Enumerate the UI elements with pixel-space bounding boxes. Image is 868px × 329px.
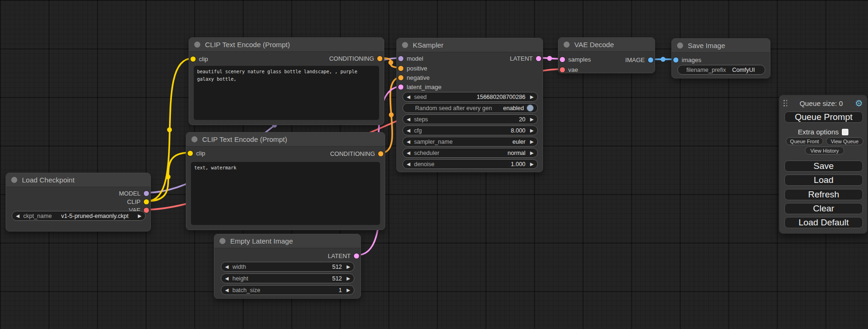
toggle-knob-icon[interactable] [527, 105, 534, 112]
image-port-icon[interactable] [673, 57, 678, 63]
node-vae-decode[interactable]: VAE Decode samples vae IMAGE [558, 37, 655, 73]
view-history-button[interactable]: View History [805, 147, 844, 154]
decrement-arrow-icon[interactable]: ◀ [225, 287, 229, 293]
increment-arrow-icon[interactable]: ▶ [530, 150, 534, 155]
vae-port-icon[interactable] [560, 67, 565, 72]
image-port-icon[interactable] [648, 57, 653, 63]
node-clip-text-encode-negative[interactable]: CLIP Text Encode (Prompt) clip CONDITION… [186, 132, 385, 230]
clip-port-icon[interactable] [144, 199, 149, 204]
latent-port-icon[interactable] [354, 253, 359, 259]
collapse-dot-icon[interactable] [191, 136, 198, 142]
input-port-samples[interactable]: samples [560, 55, 591, 63]
node-title-bar[interactable]: CLIP Text Encode (Prompt) [186, 133, 385, 147]
width-widget[interactable]: ◀ width 512 ▶ [221, 262, 354, 272]
conditioning-port-icon[interactable] [378, 151, 383, 156]
decrement-arrow-icon[interactable]: ◀ [407, 161, 410, 167]
steps-widget[interactable]: ◀ steps 20 ▶ [402, 114, 538, 124]
collapse-dot-icon[interactable] [194, 42, 200, 48]
latent-port-icon[interactable] [536, 56, 541, 61]
output-port-latent[interactable]: LATENT [328, 252, 359, 260]
clip-port-icon[interactable] [188, 151, 193, 156]
increment-arrow-icon[interactable]: ▶ [346, 287, 350, 293]
widget-value[interactable]: 1.000 [511, 161, 530, 168]
widget-value[interactable]: 512 [332, 264, 346, 270]
input-port-latent-image[interactable]: latent_image [398, 83, 441, 91]
prompt-textarea[interactable]: beautiful scenery nature glass bottle la… [194, 66, 379, 120]
widget-value[interactable]: 20 [519, 116, 530, 123]
seed-widget[interactable]: ◀ seed 156680208700286 ▶ [402, 92, 538, 102]
scheduler-widget[interactable]: ◀ scheduler normal ▶ [402, 148, 538, 158]
clear-button[interactable]: Clear [784, 203, 863, 214]
sampler-name-widget[interactable]: ◀ sampler_name euler ▶ [402, 137, 538, 147]
output-port-latent[interactable]: LATENT [510, 54, 541, 63]
output-port-clip[interactable]: CLIP [127, 197, 149, 206]
queue-front-button[interactable]: Queue Front [786, 137, 823, 145]
save-button[interactable]: Save [784, 161, 863, 172]
input-port-clip[interactable]: clip [188, 149, 205, 157]
load-button[interactable]: Load [784, 175, 863, 186]
clip-port-icon[interactable] [191, 56, 196, 62]
latent-port-icon[interactable] [398, 84, 403, 90]
node-graph-canvas[interactable]: Load Checkpoint MODEL CLIP VAE ◀ ckpt_na… [0, 0, 868, 329]
input-port-positive[interactable]: positive [398, 64, 427, 72]
decrement-arrow-icon[interactable]: ◀ [407, 139, 410, 144]
denoise-widget[interactable]: ◀ denoise 1.000 ▶ [402, 159, 538, 169]
increment-arrow-icon[interactable]: ▶ [530, 117, 534, 122]
increment-arrow-icon[interactable]: ▶ [346, 264, 350, 269]
widget-value[interactable]: normal [508, 150, 530, 156]
height-widget[interactable]: ◀ height 512 ▶ [221, 273, 354, 283]
random-seed-toggle-widget[interactable]: Random seed after every gen enabled [402, 103, 538, 113]
settings-gear-icon[interactable]: ⚙ [855, 99, 863, 108]
input-port-clip[interactable]: clip [191, 55, 208, 63]
output-port-conditioning[interactable]: CONDITIONING [329, 54, 382, 63]
collapse-dot-icon[interactable] [11, 177, 17, 183]
queue-prompt-button[interactable]: Queue Prompt [784, 112, 863, 123]
decrement-arrow-icon[interactable]: ◀ [16, 213, 20, 218]
increment-arrow-icon[interactable]: ▶ [530, 161, 534, 167]
increment-arrow-icon[interactable]: ▶ [530, 139, 534, 144]
output-port-model[interactable]: MODEL [119, 189, 149, 197]
batch-size-widget[interactable]: ◀ batch_size 1 ▶ [221, 285, 354, 295]
widget-value[interactable]: euler [513, 139, 530, 145]
node-title-bar[interactable]: Empty Latent Image [214, 234, 360, 248]
latent-port-icon[interactable] [560, 57, 565, 62]
output-port-image[interactable]: IMAGE [625, 56, 653, 64]
widget-value[interactable]: 156680208700286 [477, 94, 530, 100]
collapse-dot-icon[interactable] [402, 42, 408, 48]
conditioning-port-icon[interactable] [398, 75, 403, 80]
decrement-arrow-icon[interactable]: ◀ [407, 94, 410, 99]
input-port-vae[interactable]: vae [560, 65, 578, 74]
widget-value[interactable]: v1-5-pruned-emaonly.ckpt [52, 213, 138, 219]
cfg-widget[interactable]: ◀ cfg 8.000 ▶ [402, 126, 538, 135]
output-port-conditioning[interactable]: CONDITIONING [330, 149, 383, 158]
widget-value[interactable]: ComfyUI [726, 67, 761, 73]
node-title-bar[interactable]: VAE Decode [558, 38, 655, 52]
model-port-icon[interactable] [144, 191, 149, 196]
input-port-negative[interactable]: negative [398, 73, 430, 82]
increment-arrow-icon[interactable]: ▶ [530, 128, 534, 133]
widget-value[interactable]: 1 [339, 287, 346, 294]
increment-arrow-icon[interactable]: ▶ [138, 213, 141, 218]
increment-arrow-icon[interactable]: ▶ [346, 276, 350, 281]
node-title-bar[interactable]: CLIP Text Encode (Prompt) [189, 38, 384, 52]
decrement-arrow-icon[interactable]: ◀ [407, 117, 410, 122]
load-default-button[interactable]: Load Default [784, 217, 863, 228]
collapse-dot-icon[interactable] [677, 42, 683, 49]
refresh-button[interactable]: Refresh [784, 189, 863, 200]
increment-arrow-icon[interactable]: ▶ [530, 94, 534, 99]
decrement-arrow-icon[interactable]: ◀ [225, 264, 229, 269]
ckpt-name-widget[interactable]: ◀ ckpt_name v1-5-pruned-emaonly.ckpt ▶ [12, 211, 146, 221]
decrement-arrow-icon[interactable]: ◀ [407, 128, 410, 133]
prompt-textarea[interactable]: text, watermark [191, 162, 380, 225]
collapse-dot-icon[interactable] [219, 238, 226, 244]
node-title-bar[interactable]: Load Checkpoint [6, 173, 150, 187]
widget-value[interactable]: 512 [332, 275, 346, 282]
vae-port-icon[interactable] [144, 208, 149, 213]
input-port-images[interactable]: images [673, 56, 701, 64]
decrement-arrow-icon[interactable]: ◀ [225, 276, 229, 281]
extra-options-checkbox[interactable] [842, 129, 848, 135]
drag-handle-icon[interactable] [783, 100, 788, 106]
node-title-bar[interactable]: Save Image [672, 39, 770, 53]
widget-value[interactable]: 8.000 [511, 127, 530, 134]
collapse-dot-icon[interactable] [564, 42, 570, 48]
